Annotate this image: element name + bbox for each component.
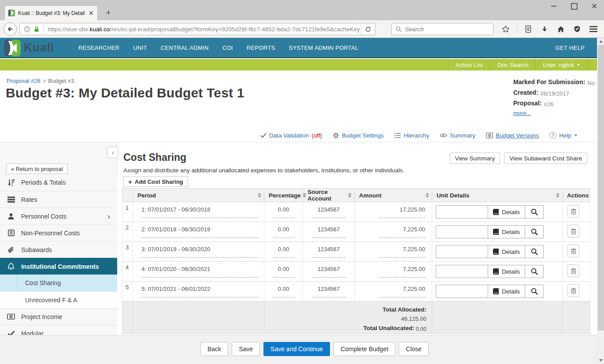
source-account-header[interactable]: Source Account — [303, 189, 355, 202]
budget-versions-link[interactable]: Budget Versions — [486, 132, 539, 139]
complete-budget-button[interactable]: Complete Budget — [333, 342, 395, 356]
sidebar-item-institutional-commitments[interactable]: Institutional Commitments — [0, 258, 117, 275]
unit-details-input[interactable] — [436, 205, 488, 219]
window-maximize-button[interactable] — [571, 3, 578, 10]
sort-icon[interactable] — [346, 193, 352, 197]
view-subaward-cost-share-button[interactable]: View Subaward Cost Share — [504, 152, 587, 164]
search-input[interactable] — [405, 26, 489, 33]
unit-details-header[interactable]: Unit Details — [432, 189, 563, 202]
nav-central-admin[interactable]: CENTRAL ADMIN — [161, 45, 209, 51]
view-summary-button[interactable]: View Summary — [450, 152, 500, 164]
percentage-field[interactable]: 0.00 — [273, 226, 295, 238]
amount-field[interactable]: 7,225.00 — [379, 246, 425, 258]
nav-reports[interactable]: REPORTS — [247, 45, 275, 51]
sidebar-item-non-personnel-costs[interactable]: Non-Personnel Costs — [0, 224, 117, 241]
get-help-link[interactable]: GET HELP — [556, 38, 585, 57]
nav-researcher[interactable]: RESEARCHER — [78, 45, 119, 51]
sidebar-item-subawards[interactable]: Subawards — [0, 241, 117, 258]
budget-settings-link[interactable]: Budget Settings — [333, 132, 384, 139]
sidebar-item-cost-sharing[interactable]: Cost Sharing — [0, 275, 117, 291]
delete-row-button[interactable] — [567, 264, 579, 277]
breadcrumb-proposal-link[interactable]: Proposal #26 — [7, 78, 41, 84]
help-menu[interactable]: ? Help — [549, 132, 578, 139]
sidebar-item-personnel-costs[interactable]: Personnel Costs › — [0, 208, 117, 224]
sidebar-item-unrecovered-fa[interactable]: Unrecovered F & A — [0, 291, 117, 308]
unit-details-input[interactable] — [436, 285, 488, 298]
source-account-field[interactable]: 1234567 — [312, 226, 345, 238]
period-field[interactable]: 5: 07/01/2021 - 06/01/2022 — [141, 286, 259, 297]
https-lock-icon[interactable] — [33, 26, 40, 33]
collapse-sidebar-button[interactable]: ‹ — [107, 147, 119, 158]
lookup-button[interactable] — [525, 225, 544, 238]
kuali-logo[interactable] — [4, 40, 21, 56]
tab-close-icon[interactable]: ✕ — [88, 10, 94, 16]
sort-icon[interactable] — [301, 193, 306, 197]
new-tab-button[interactable]: + — [103, 7, 114, 18]
delete-row-button[interactable] — [567, 245, 579, 257]
url-bar[interactable]: https://siue-sbx.kuali.co/res/kc-pd-krad… — [19, 23, 375, 35]
return-to-proposal-button[interactable]: « Return to proposal — [6, 163, 68, 174]
nav-system-admin-portal[interactable]: SYSTEM ADMIN PORTAL — [289, 45, 358, 51]
back-navigation-button[interactable] — [4, 22, 17, 36]
close-button[interactable]: Close — [399, 342, 429, 356]
nav-unit[interactable]: UNIT — [133, 45, 147, 51]
details-button[interactable]: Details — [488, 245, 525, 258]
page-scrollbar[interactable] — [597, 38, 604, 364]
lookup-button[interactable] — [525, 205, 544, 219]
nav-coi[interactable]: COI — [222, 45, 233, 51]
amount-field[interactable]: 7,225.00 — [379, 226, 425, 238]
delete-row-button[interactable] — [567, 225, 579, 238]
period-field[interactable]: 3: 07/01/2019 - 06/30/2020 — [141, 246, 259, 258]
browser-tab[interactable]: Kuali :: Budget #3: My Detail ✕ — [4, 5, 98, 20]
scrollbar-down-icon[interactable] — [599, 359, 603, 362]
data-validation-link[interactable]: Data Validation (off) — [260, 132, 322, 139]
back-button[interactable]: Back — [200, 342, 228, 356]
delete-row-button[interactable] — [567, 284, 579, 297]
scrollbar-up-icon[interactable] — [599, 40, 603, 43]
amount-header[interactable]: Amount — [355, 189, 432, 202]
source-account-field[interactable]: 1234567 — [312, 266, 345, 278]
period-field[interactable]: 4: 07/01/2020 - 06/30/2021 — [141, 266, 259, 278]
menu-hamburger-icon[interactable] — [588, 23, 599, 35]
user-menu[interactable]: User: nglick — [535, 59, 587, 71]
add-cost-sharing-button[interactable]: + Add Cost Sharing — [123, 176, 188, 187]
delete-row-button[interactable] — [567, 205, 579, 218]
details-button[interactable]: Details — [488, 265, 525, 278]
sort-icon[interactable] — [554, 193, 560, 197]
source-account-field[interactable]: 1234567 — [312, 246, 345, 258]
percentage-field[interactable]: 0.00 — [273, 286, 295, 297]
details-button[interactable]: Details — [488, 285, 525, 298]
unit-details-input[interactable] — [436, 225, 488, 238]
lookup-button[interactable] — [525, 265, 544, 278]
window-minimize-button[interactable] — [550, 3, 557, 10]
search-bar[interactable] — [391, 23, 493, 35]
lookup-button[interactable] — [525, 245, 544, 258]
period-field[interactable]: 1: 07/01/2017 - 06/30/2018 — [141, 206, 259, 218]
unit-details-input[interactable] — [436, 245, 488, 258]
bookmark-star-icon[interactable] — [500, 23, 511, 35]
hierarchy-link[interactable]: Hierarchy — [394, 132, 429, 139]
amount-field[interactable]: 7,225.00 — [379, 266, 425, 278]
details-button[interactable]: Details — [488, 205, 525, 219]
unit-details-input[interactable] — [436, 265, 488, 278]
more-link[interactable]: more... — [513, 110, 531, 116]
source-account-field[interactable]: 1234567 — [312, 206, 345, 218]
percentage-field[interactable]: 0.00 — [273, 206, 295, 218]
period-field[interactable]: 2: 07/01/2018 - 06/30/2019 — [141, 226, 259, 238]
scrollbar-thumb[interactable] — [598, 45, 604, 331]
reload-icon[interactable] — [361, 23, 375, 35]
percentage-header[interactable]: Percentage — [264, 189, 303, 202]
save-button[interactable]: Save — [232, 342, 260, 356]
sidebar-item-project-income[interactable]: Project Income — [0, 308, 117, 325]
action-list-link[interactable]: Action List — [448, 59, 490, 71]
percentage-field[interactable]: 0.00 — [273, 266, 295, 278]
lookup-button[interactable] — [525, 285, 544, 298]
bookmarks-list-icon[interactable] — [523, 23, 534, 35]
amount-field[interactable]: 7,225.00 — [379, 286, 425, 297]
details-button[interactable]: Details — [488, 225, 525, 238]
home-icon[interactable] — [556, 23, 566, 35]
sort-icon[interactable] — [424, 193, 429, 197]
save-and-continue-button[interactable]: Save and Continue — [263, 342, 330, 356]
downloads-icon[interactable] — [539, 23, 550, 35]
period-header[interactable]: Period — [133, 189, 264, 202]
